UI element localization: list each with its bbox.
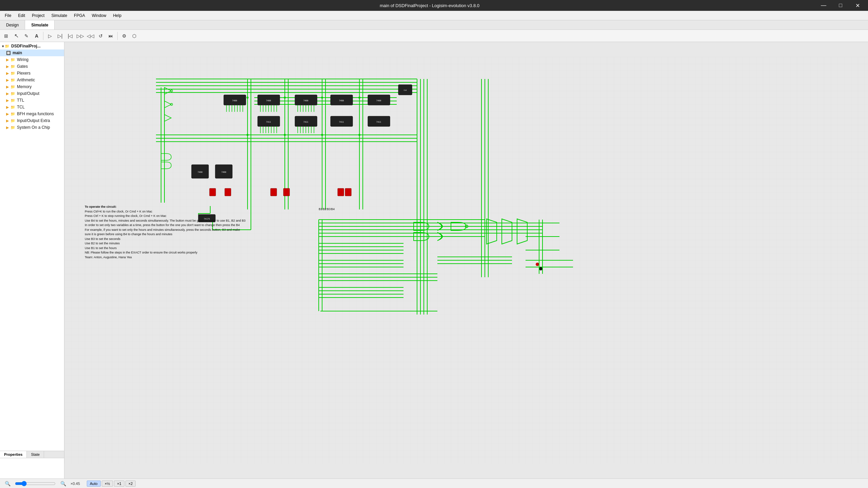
instruction-line: Team: Anton, Augustine, Hana Yea bbox=[85, 255, 245, 260]
sidebar-label-memory: Memory bbox=[17, 84, 32, 89]
zoom-1x[interactable]: ×1 bbox=[114, 481, 124, 487]
tool-export[interactable]: ⬡ bbox=[130, 31, 139, 41]
instruction-line: Press Ctrl+K to run the clock, Or Cmd + … bbox=[85, 209, 245, 214]
minimize-button[interactable]: — bbox=[816, 0, 831, 11]
tool-fast-forward[interactable]: ▷▷ bbox=[76, 31, 85, 41]
menu-fpga[interactable]: FPGA bbox=[71, 12, 88, 19]
sidebar-label-tcl: TCL bbox=[17, 105, 25, 109]
toolbar-separator-1 bbox=[43, 32, 43, 40]
sidebar-item-plexers[interactable]: ▶ 📁 Plexers bbox=[0, 70, 64, 77]
svg-rect-126 bbox=[225, 188, 231, 196]
toolbar-separator-2 bbox=[117, 32, 118, 40]
zoom-half[interactable]: ×½ bbox=[102, 481, 113, 487]
sidebar-label-ioextra: Input/Output Extra bbox=[17, 118, 50, 123]
tool-step-left[interactable]: |◁ bbox=[65, 31, 75, 41]
svg-point-150 bbox=[358, 97, 360, 99]
sidebar-label-soc: System On a Chip bbox=[17, 125, 50, 130]
folder-io: 📁 bbox=[11, 92, 15, 96]
folder-memory: 📁 bbox=[11, 85, 15, 89]
folder-icon-tcl: ▶ bbox=[6, 105, 9, 109]
sidebar-item-wiring[interactable]: ▶ 📁 Wiring bbox=[0, 56, 64, 63]
svg-point-149 bbox=[321, 97, 323, 99]
folder-icon-ioextra: ▶ bbox=[6, 119, 9, 123]
sidebar-item-memory[interactable]: ▶ 📁 Memory bbox=[0, 83, 64, 90]
zoom-slider[interactable] bbox=[15, 481, 56, 486]
tool-rewind[interactable]: ◁◁ bbox=[86, 31, 95, 41]
sidebar-label-main: main bbox=[13, 50, 22, 55]
folder-icon-arithmetic: ▶ bbox=[6, 78, 9, 82]
sidebar-item-ttl[interactable]: ▶ 📁 TTL bbox=[0, 97, 64, 104]
svg-text:7490: 7490 bbox=[376, 99, 381, 102]
canvas-area[interactable]: 7490 7490 7490 7490 7490 7411 7411 7411 … bbox=[64, 42, 868, 479]
circuit-icon: 🔲 bbox=[6, 51, 11, 55]
window-title: main of DSDFinalProject - Logisim-evolut… bbox=[43, 3, 816, 8]
expand-icon: ▾ bbox=[2, 44, 4, 48]
sidebar-item-ioextra[interactable]: ▶ 📁 Input/Output Extra bbox=[0, 117, 64, 124]
zoom-in-button[interactable]: 🔍 bbox=[58, 479, 68, 488]
tool-select[interactable]: ↖ bbox=[12, 31, 21, 41]
svg-point-137 bbox=[536, 263, 539, 266]
main-layout: ▾ 📁 DSDFinalProj... 🔲 main ▶ 📁 Wiring ▶ … bbox=[0, 42, 868, 479]
titlebar: main of DSDFinalProject - Logisim-evolut… bbox=[0, 0, 868, 11]
maximize-button[interactable]: □ bbox=[833, 0, 848, 11]
sidebar-label-gates: Gates bbox=[17, 64, 28, 69]
svg-text:7411: 7411 bbox=[303, 121, 309, 123]
folder-icon-memory: ▶ bbox=[6, 85, 9, 89]
svg-text:7411: 7411 bbox=[339, 121, 344, 123]
svg-text:7490: 7490 bbox=[221, 171, 226, 173]
sidebar-item-inputoutput[interactable]: ▶ 📁 Input/Output bbox=[0, 90, 64, 97]
tab-properties[interactable]: Properties bbox=[0, 451, 27, 458]
sidebar-label-bfh: BFH mega functions bbox=[17, 111, 54, 116]
tool-add[interactable]: ⊞ bbox=[1, 31, 11, 41]
sidebar-item-arithmetic[interactable]: ▶ 📁 Arithmetic bbox=[0, 77, 64, 83]
folder-ioextra: 📁 bbox=[11, 119, 15, 123]
svg-point-146 bbox=[358, 134, 360, 136]
tab-simulate[interactable]: Simulate bbox=[25, 20, 55, 29]
svg-point-138 bbox=[539, 267, 542, 270]
menu-simulate[interactable]: Simulate bbox=[48, 12, 71, 19]
svg-point-145 bbox=[321, 134, 323, 136]
instruction-line: For example, if you want to set only the… bbox=[85, 228, 245, 232]
tool-play[interactable]: ▷ bbox=[45, 31, 55, 41]
close-button[interactable]: ✕ bbox=[850, 0, 865, 11]
instructions-lines: Press Ctrl+K to run the clock, Or Cmd + … bbox=[85, 209, 245, 260]
statusbar: 🔍 🔍 ×0.45 Auto ×½ ×1 ×2 bbox=[0, 479, 868, 488]
svg-text:7490: 7490 bbox=[232, 99, 237, 102]
svg-text:CLK: CLK bbox=[403, 89, 407, 91]
svg-point-144 bbox=[284, 134, 286, 136]
menu-file[interactable]: File bbox=[1, 12, 15, 19]
tool-reset[interactable]: ↺ bbox=[96, 31, 105, 41]
zoom-out-button[interactable]: 🔍 bbox=[3, 479, 12, 488]
tab-state[interactable]: State bbox=[27, 451, 44, 458]
sidebar-item-soc[interactable]: ▶ 📁 System On a Chip bbox=[0, 124, 64, 131]
zoom-2x[interactable]: ×2 bbox=[125, 481, 136, 487]
menu-project[interactable]: Project bbox=[28, 12, 48, 19]
menu-help[interactable]: Help bbox=[110, 12, 125, 19]
tool-edit[interactable]: ✎ bbox=[22, 31, 31, 41]
tool-step-right[interactable]: ▷| bbox=[55, 31, 65, 41]
zoom-auto[interactable]: Auto bbox=[87, 481, 101, 487]
instruction-line: Use B2 to set the minutes bbox=[85, 241, 245, 246]
svg-text:7490: 7490 bbox=[339, 99, 344, 102]
folder-icon-io: ▶ bbox=[6, 92, 9, 96]
tree-root-project[interactable]: ▾ 📁 DSDFinalProj... bbox=[0, 43, 64, 49]
sidebar-item-main[interactable]: 🔲 main bbox=[0, 49, 64, 56]
svg-text:B3: B3 bbox=[327, 207, 331, 211]
folder-icon-ttl: ▶ bbox=[6, 98, 9, 103]
menu-edit[interactable]: Edit bbox=[15, 12, 28, 19]
menu-window[interactable]: Window bbox=[88, 12, 110, 19]
svg-point-147 bbox=[246, 97, 249, 99]
folder-gates: 📁 bbox=[11, 64, 15, 69]
sidebar-item-bfh[interactable]: ▶ 📁 BFH mega functions bbox=[0, 110, 64, 117]
tool-text[interactable]: A bbox=[32, 31, 41, 41]
sidebar-item-gates[interactable]: ▶ 📁 Gates bbox=[0, 63, 64, 70]
instructions-panel: To operate the circuit: Press Ctrl+K to … bbox=[85, 205, 245, 260]
zoom-presets: Auto ×½ ×1 ×2 bbox=[87, 481, 136, 487]
svg-rect-130 bbox=[345, 188, 351, 196]
sidebar-label-wiring: Wiring bbox=[17, 57, 28, 62]
tool-end[interactable]: ⏭ bbox=[106, 31, 116, 41]
sidebar-item-tcl[interactable]: ▶ 📁 TCL bbox=[0, 104, 64, 110]
folder-ttl: 📁 bbox=[11, 98, 15, 103]
tool-settings[interactable]: ⚙ bbox=[119, 31, 129, 41]
tab-design[interactable]: Design bbox=[0, 20, 25, 29]
